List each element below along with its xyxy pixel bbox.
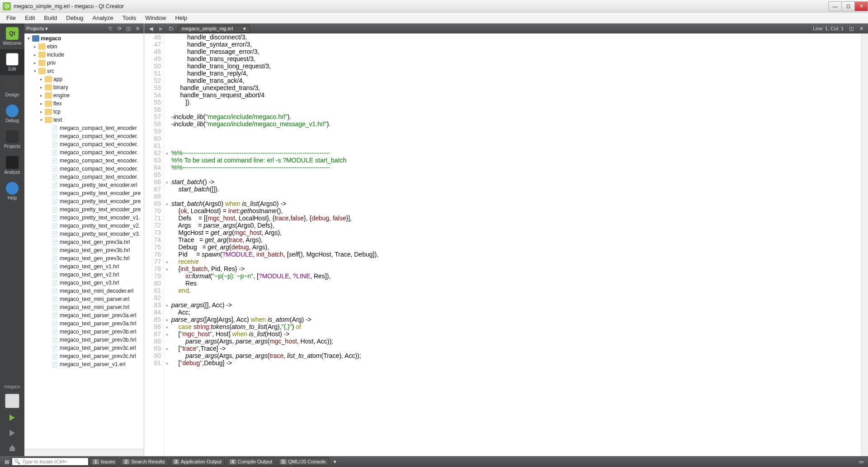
tree-item[interactable]: megaco_compact_text_encoder bbox=[24, 124, 144, 132]
tree-item[interactable]: megaco_pretty_text_encoder_v1. bbox=[24, 214, 144, 222]
tree-item[interactable]: megaco_text_gen_v3.hrl bbox=[24, 279, 144, 287]
kit-selector-icon[interactable] bbox=[5, 394, 19, 408]
progress-icon[interactable]: ▭ bbox=[857, 458, 865, 465]
open-file-combo[interactable]: megaco_simple_mg.erl▾ bbox=[178, 25, 250, 33]
tree-item[interactable]: megaco_text_gen_prev3a.hrl bbox=[24, 238, 144, 246]
open-file-name: megaco_simple_mg.erl bbox=[182, 26, 233, 31]
tree-item[interactable]: ▸flex bbox=[24, 100, 144, 108]
window-title: megaco_simple_mg.erl - megaco - Qt Creat… bbox=[14, 3, 829, 10]
menu-edit[interactable]: Edit bbox=[20, 13, 39, 23]
editor-split-icon[interactable]: ◫ bbox=[847, 25, 855, 32]
mode-projects[interactable]: Projects bbox=[0, 127, 24, 152]
tree-item[interactable]: megaco_compact_text_encoder. bbox=[24, 132, 144, 140]
locator-input[interactable]: 🔍 Type to locate (Ctrl+ bbox=[12, 457, 89, 466]
tree-item[interactable]: ▸ebin bbox=[24, 43, 144, 51]
lock-icon[interactable]: 🗀 bbox=[167, 25, 175, 32]
tree-item[interactable]: megaco_compact_text_encoder. bbox=[24, 173, 144, 181]
mode-analyze[interactable]: Analyze bbox=[0, 152, 24, 178]
tree-item[interactable]: ▾megaco bbox=[24, 34, 144, 43]
project-view-combo[interactable]: Projects bbox=[26, 26, 44, 31]
mode-sidebar: QtWelcome Edit Design Debug Projects Ana… bbox=[0, 24, 24, 456]
editor-close-icon[interactable]: ✕ bbox=[857, 25, 865, 32]
mode-edit[interactable]: Edit bbox=[0, 49, 24, 75]
tree-item[interactable]: megaco_text_mini_parser.erl bbox=[24, 295, 144, 303]
bottom-bar: ▤ 🔍 Type to locate (Ctrl+ 1Issues2Search… bbox=[0, 456, 868, 467]
tree-item[interactable]: ▸app bbox=[24, 75, 144, 83]
fold-gutter[interactable]: ▴▴▴▴▴▴▴▴▴▴▴ bbox=[164, 33, 170, 456]
menu-analyze[interactable]: Analyze bbox=[88, 13, 118, 23]
tree-item[interactable]: megaco_text_parser_prev3b.hrl bbox=[24, 336, 144, 344]
tree-item[interactable]: megaco_pretty_text_encoder_pre bbox=[24, 197, 144, 205]
tree-item[interactable]: megaco_text_gen_prev3c.hrl bbox=[24, 254, 144, 262]
tree-item[interactable]: megaco_text_mini_decoder.erl bbox=[24, 287, 144, 295]
editor-vscrollbar[interactable] bbox=[861, 33, 868, 456]
svg-marker-0 bbox=[9, 415, 15, 421]
tree-item[interactable]: megaco_text_parser_prev3c.erl bbox=[24, 344, 144, 352]
minimize-button[interactable]: — bbox=[828, 1, 842, 11]
tree-item[interactable]: megaco_text_gen_v1.hrl bbox=[24, 262, 144, 271]
tree-item[interactable]: megaco_compact_text_encoder. bbox=[24, 140, 144, 148]
code-area[interactable]: handle_disconnect/3, handle_syntax_error… bbox=[170, 33, 861, 456]
split-icon[interactable]: ◫ bbox=[125, 25, 132, 32]
mode-help[interactable]: Help bbox=[0, 178, 24, 204]
tree-item[interactable]: megaco_pretty_text_encoder_pre bbox=[24, 189, 144, 197]
mode-projects-label: Projects bbox=[4, 144, 20, 149]
nav-fwd-icon[interactable]: ▶ bbox=[157, 25, 165, 32]
mode-debug[interactable]: Debug bbox=[0, 101, 24, 127]
svg-marker-3 bbox=[10, 445, 14, 448]
panel-compile-output[interactable]: 4Compile Output bbox=[226, 457, 275, 466]
close-panel-icon[interactable]: ✕ bbox=[134, 25, 141, 32]
tree-item[interactable]: megaco_compact_text_encoder. bbox=[24, 157, 144, 165]
tree-item[interactable]: ▾text bbox=[24, 116, 144, 124]
tree-item[interactable]: megaco_pretty_text_encoder_v3. bbox=[24, 230, 144, 238]
tree-item[interactable]: ▸binary bbox=[24, 83, 144, 91]
panels-menu-icon[interactable]: ▾ bbox=[331, 458, 339, 465]
tree-item[interactable]: megaco_compact_text_encoder. bbox=[24, 165, 144, 173]
menu-build[interactable]: Build bbox=[39, 13, 61, 23]
sync-icon[interactable]: ⟳ bbox=[116, 25, 123, 32]
tree-item[interactable]: megaco_text_parser_prev3c.hrl bbox=[24, 352, 144, 360]
code-editor[interactable]: 4647484950515253545556575859606162636465… bbox=[144, 33, 868, 456]
tree-item[interactable]: megaco_pretty_text_encoder_v2. bbox=[24, 222, 144, 230]
tree-item[interactable]: megaco_text_parser_prev3a.erl bbox=[24, 311, 144, 319]
menu-window[interactable]: Window bbox=[141, 13, 170, 23]
toggle-sidebar-icon[interactable]: ▤ bbox=[3, 458, 11, 465]
tree-item[interactable]: megaco_text_gen_v2.hrl bbox=[24, 271, 144, 279]
svg-rect-2 bbox=[9, 448, 15, 451]
menu-file[interactable]: File bbox=[2, 13, 20, 23]
tree-item[interactable]: megaco_pretty_text_encoder_pre bbox=[24, 205, 144, 214]
mode-design[interactable]: Design bbox=[0, 75, 24, 101]
tree-item[interactable]: megaco_text_mini_parser.hrl bbox=[24, 303, 144, 311]
run-button[interactable] bbox=[5, 411, 19, 424]
panel-issues[interactable]: 1Issues bbox=[90, 457, 118, 466]
line-number-gutter: 4647484950515253545556575859606162636465… bbox=[144, 33, 164, 456]
menu-debug[interactable]: Debug bbox=[61, 13, 88, 23]
filter-icon[interactable]: ▽ bbox=[107, 25, 114, 32]
panel-qml/js-console[interactable]: 5QML/JS Console bbox=[277, 457, 329, 466]
titlebar: Qt megaco_simple_mg.erl - megaco - Qt Cr… bbox=[0, 0, 868, 13]
maximize-button[interactable]: ◻ bbox=[841, 1, 855, 11]
menu-help[interactable]: Help bbox=[170, 13, 192, 23]
tree-item[interactable]: megaco_text_parser_v1.erl bbox=[24, 360, 144, 368]
mode-analyze-label: Analyze bbox=[4, 170, 20, 175]
tree-item[interactable]: ▸tcp bbox=[24, 108, 144, 116]
tree-item[interactable]: ▸include bbox=[24, 51, 144, 59]
tree-item[interactable]: megaco_text_parser_prev3b.erl bbox=[24, 328, 144, 336]
menu-tools[interactable]: Tools bbox=[118, 13, 141, 23]
build-button[interactable] bbox=[5, 442, 19, 455]
run-debug-button[interactable] bbox=[5, 427, 19, 439]
panel-search-results[interactable]: 2Search Results bbox=[120, 457, 168, 466]
tree-item[interactable]: megaco_text_parser_prev3a.hrl bbox=[24, 319, 144, 328]
nav-back-icon[interactable]: ◀ bbox=[147, 25, 155, 32]
tree-item[interactable]: megaco_text_gen_prev3b.hrl bbox=[24, 246, 144, 254]
mode-welcome[interactable]: QtWelcome bbox=[0, 24, 24, 49]
tree-item[interactable]: megaco_pretty_text_encoder.erl bbox=[24, 181, 144, 189]
panel-application-output[interactable]: 3Application Output bbox=[170, 457, 225, 466]
tree-item[interactable]: ▸priv bbox=[24, 59, 144, 67]
tree-item[interactable]: megaco_compact_text_encoder. bbox=[24, 148, 144, 157]
tree-item[interactable]: ▸engine bbox=[24, 91, 144, 100]
tree-hscrollbar[interactable] bbox=[24, 449, 144, 456]
close-button[interactable]: ✕ bbox=[854, 1, 868, 11]
tree-item[interactable]: ▾src bbox=[24, 67, 144, 75]
project-tree[interactable]: ▾megaco▸ebin▸include▸priv▾src▸app▸binary… bbox=[24, 33, 144, 449]
